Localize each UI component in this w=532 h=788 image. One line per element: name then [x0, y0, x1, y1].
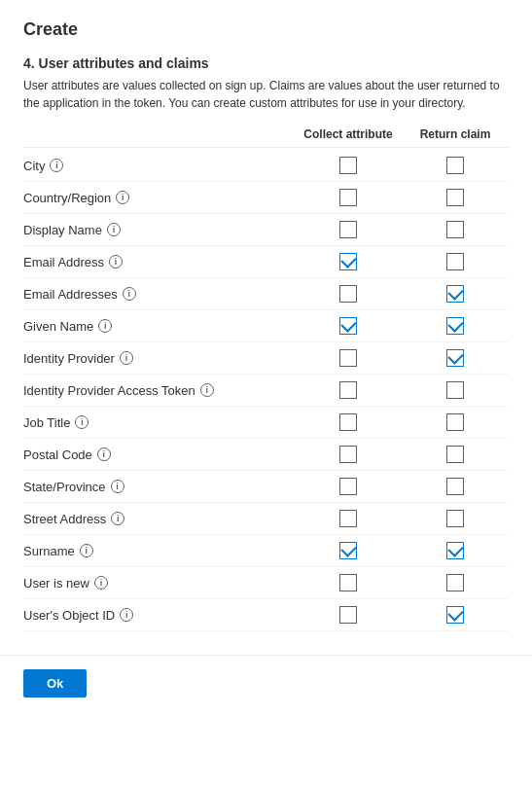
collect-checkbox[interactable]	[339, 285, 357, 303]
collect-checkbox[interactable]	[339, 478, 357, 495]
collect-checkbox-cell	[295, 221, 402, 238]
return-checkbox-cell	[402, 221, 509, 238]
table-row: Country/Regioni	[23, 182, 509, 214]
return-checkbox-cell	[402, 157, 509, 174]
table-row: State/Provincei	[23, 471, 509, 503]
info-icon[interactable]: i	[111, 512, 124, 525]
table-row: Job Titlei	[23, 407, 509, 439]
return-checkbox-cell	[402, 189, 509, 206]
description: User attributes are values collected on …	[23, 77, 509, 112]
info-icon[interactable]: i	[120, 608, 133, 622]
return-checkbox[interactable]	[446, 413, 464, 431]
table-header: Collect attribute Return claim	[23, 127, 509, 148]
collect-checkbox-cell	[295, 478, 402, 495]
attribute-name: Street Addressi	[23, 512, 295, 526]
collect-checkbox[interactable]	[339, 413, 357, 431]
header-collect: Collect attribute	[295, 127, 402, 141]
header-return: Return claim	[402, 127, 509, 141]
collect-checkbox[interactable]	[339, 381, 357, 399]
return-checkbox[interactable]	[446, 606, 464, 624]
return-checkbox[interactable]	[446, 510, 464, 527]
return-checkbox-cell	[402, 574, 509, 591]
collect-checkbox[interactable]	[339, 189, 357, 206]
info-icon[interactable]: i	[111, 480, 124, 493]
collect-checkbox-cell	[295, 510, 402, 527]
table-row: User's Object IDi	[23, 599, 509, 631]
return-checkbox[interactable]	[446, 317, 464, 335]
collect-checkbox[interactable]	[339, 221, 357, 238]
table-row: Email Addressesi	[23, 278, 509, 310]
info-icon[interactable]: i	[80, 544, 93, 557]
return-checkbox-cell	[402, 413, 509, 431]
info-icon[interactable]: i	[107, 223, 121, 236]
table-row: Given Namei	[23, 310, 509, 342]
return-checkbox[interactable]	[446, 285, 464, 303]
attribute-name: Country/Regioni	[23, 191, 295, 205]
collect-checkbox-cell	[295, 413, 402, 431]
return-checkbox[interactable]	[446, 542, 464, 559]
table-row: Surnamei	[23, 535, 509, 567]
main-container: Create 4. User attributes and claims Use…	[0, 0, 532, 647]
return-checkbox[interactable]	[446, 478, 464, 495]
collect-checkbox-cell	[295, 189, 402, 206]
section-title: 4. User attributes and claims	[23, 55, 509, 71]
attributes-list: CityiCountry/RegioniDisplay NameiEmail A…	[23, 150, 509, 631]
return-checkbox[interactable]	[446, 253, 464, 270]
info-icon[interactable]: i	[123, 287, 136, 301]
return-checkbox-cell	[402, 317, 509, 335]
return-checkbox[interactable]	[446, 349, 464, 367]
attribute-name: User is newi	[23, 576, 295, 591]
table-row: Identity Provider Access Tokeni	[23, 375, 509, 407]
collect-checkbox[interactable]	[339, 542, 357, 559]
collect-checkbox-cell	[295, 574, 402, 591]
collect-checkbox[interactable]	[339, 510, 357, 527]
attribute-name: Cityi	[23, 159, 295, 173]
return-checkbox[interactable]	[446, 157, 464, 174]
return-checkbox[interactable]	[446, 446, 464, 463]
info-icon[interactable]: i	[75, 415, 89, 429]
page-title: Create	[23, 19, 509, 40]
collect-checkbox-cell	[295, 157, 402, 174]
info-icon[interactable]: i	[109, 255, 123, 269]
return-checkbox[interactable]	[446, 189, 464, 206]
table-row: Display Namei	[23, 214, 509, 246]
collect-checkbox[interactable]	[339, 253, 357, 270]
collect-checkbox-cell	[295, 349, 402, 367]
return-checkbox[interactable]	[446, 221, 464, 238]
info-icon[interactable]: i	[98, 319, 112, 333]
collect-checkbox[interactable]	[339, 349, 357, 367]
ok-button[interactable]: Ok	[23, 669, 87, 698]
collect-checkbox[interactable]	[339, 574, 357, 591]
collect-checkbox-cell	[295, 542, 402, 559]
return-checkbox-cell	[402, 542, 509, 559]
collect-checkbox-cell	[295, 253, 402, 270]
info-icon[interactable]: i	[200, 383, 214, 397]
attribute-name: Identity Provideri	[23, 351, 295, 366]
collect-checkbox[interactable]	[339, 157, 357, 174]
return-checkbox-cell	[402, 478, 509, 495]
return-checkbox[interactable]	[446, 381, 464, 399]
collect-checkbox[interactable]	[339, 446, 357, 463]
table-row: Postal Codei	[23, 439, 509, 471]
attribute-name: State/Provincei	[23, 480, 295, 494]
info-icon[interactable]: i	[94, 576, 108, 590]
footer: Ok	[0, 655, 532, 711]
collect-checkbox-cell	[295, 446, 402, 463]
info-icon[interactable]: i	[116, 191, 129, 204]
collect-checkbox[interactable]	[339, 606, 357, 624]
return-checkbox-cell	[402, 606, 509, 624]
info-icon[interactable]: i	[120, 351, 133, 365]
return-checkbox[interactable]	[446, 574, 464, 591]
return-checkbox-cell	[402, 253, 509, 270]
collect-checkbox-cell	[295, 606, 402, 624]
table-row: Email Addressi	[23, 246, 509, 278]
info-icon[interactable]: i	[97, 448, 111, 461]
attribute-name: Given Namei	[23, 319, 295, 334]
collect-checkbox-cell	[295, 381, 402, 399]
attribute-name: Email Addressesi	[23, 287, 295, 302]
attribute-name: Surnamei	[23, 544, 295, 558]
collect-checkbox[interactable]	[339, 317, 357, 335]
info-icon[interactable]: i	[50, 159, 63, 172]
collect-checkbox-cell	[295, 317, 402, 335]
return-checkbox-cell	[402, 446, 509, 463]
